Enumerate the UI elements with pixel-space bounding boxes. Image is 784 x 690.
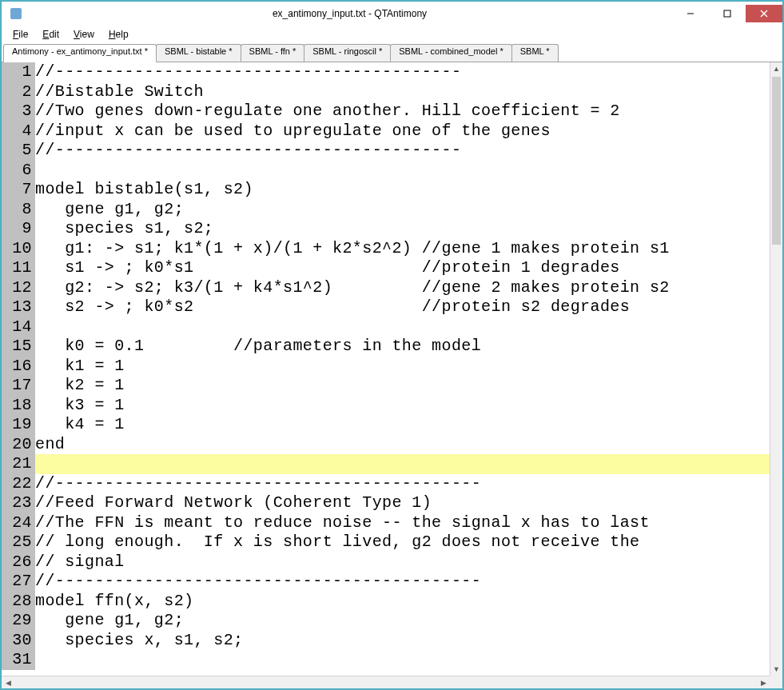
menu-file[interactable]: File	[6, 27, 34, 42]
code-line[interactable]: 23//Feed Forward Network (Coherent Type …	[2, 493, 770, 513]
line-text[interactable]: model bistable(s1, s2)	[35, 180, 770, 200]
tab-1[interactable]: SBML - bistable *	[156, 44, 241, 62]
line-text[interactable]: //input x can be used to upregulate one …	[35, 122, 770, 142]
code-line[interactable]: 6	[2, 161, 770, 181]
code-line[interactable]: 29 gene g1, g2;	[2, 611, 770, 631]
line-text[interactable]: //Bistable Switch	[35, 82, 770, 102]
line-text[interactable]: //--------------------------------------…	[35, 62, 770, 82]
line-text[interactable]: //--------------------------------------…	[35, 572, 770, 592]
line-text[interactable]: k2 = 1	[35, 376, 770, 396]
code-line[interactable]: 21	[2, 454, 770, 474]
line-text[interactable]: //Feed Forward Network (Coherent Type 1)	[35, 493, 770, 513]
code-line[interactable]: 14	[2, 317, 770, 337]
scroll-left-icon[interactable]: ◀	[2, 676, 14, 688]
tab-2[interactable]: SBML - ffn *	[241, 44, 305, 62]
horizontal-scrollbar[interactable]: ◀ ▶	[2, 676, 770, 688]
close-button[interactable]	[746, 5, 782, 22]
minimize-button[interactable]	[672, 5, 709, 22]
code-line[interactable]: 15 k0 = 0.1 //parameters in the model	[2, 337, 770, 357]
line-text[interactable]	[35, 650, 770, 670]
code-line[interactable]: 9 species s1, s2;	[2, 219, 770, 239]
line-number: 26	[2, 552, 35, 572]
scroll-up-icon[interactable]: ▲	[770, 62, 782, 75]
line-text[interactable]: g2: -> s2; k3/(1 + k4*s1^2) //gene 2 mak…	[35, 278, 770, 298]
line-number: 14	[2, 317, 35, 337]
line-text[interactable]: species s1, s2;	[35, 219, 770, 239]
line-number: 17	[2, 376, 35, 396]
code-line[interactable]: 30 species x, s1, s2;	[2, 631, 770, 651]
line-text[interactable]: k0 = 0.1 //parameters in the model	[35, 337, 770, 357]
code-line[interactable]: 1//-------------------------------------…	[2, 62, 770, 82]
line-text[interactable]	[35, 317, 770, 337]
line-number: 10	[2, 239, 35, 259]
code-line[interactable]: 17 k2 = 1	[2, 376, 770, 396]
code-line[interactable]: 11 s1 -> ; k0*s1 //protein 1 degrades	[2, 258, 770, 278]
line-text[interactable]: k4 = 1	[35, 415, 770, 435]
code-line[interactable]: 16 k1 = 1	[2, 357, 770, 377]
code-line[interactable]: 24//The FFN is meant to reduce noise -- …	[2, 513, 770, 533]
code-line[interactable]: 18 k3 = 1	[2, 396, 770, 416]
code-line[interactable]: 3//Two genes down-regulate one another. …	[2, 102, 770, 122]
code-line[interactable]: 13 s2 -> ; k0*s2 //protein s2 degrades	[2, 297, 770, 317]
code-line[interactable]: 22//------------------------------------…	[2, 474, 770, 494]
maximize-button[interactable]	[709, 5, 746, 22]
line-text[interactable]: k3 = 1	[35, 396, 770, 416]
line-text[interactable]	[35, 161, 770, 181]
code-line[interactable]: 25// long enough. If x is short lived, g…	[2, 532, 770, 552]
line-text[interactable]: gene g1, g2;	[35, 200, 770, 220]
code-line[interactable]: 7model bistable(s1, s2)	[2, 180, 770, 200]
line-text[interactable]: gene g1, g2;	[35, 611, 770, 631]
scroll-down-icon[interactable]: ▼	[770, 663, 782, 676]
code-line[interactable]: 27//------------------------------------…	[2, 572, 770, 592]
line-text[interactable]: // long enough. If x is short lived, g2 …	[35, 532, 770, 552]
code-line[interactable]: 2//Bistable Switch	[2, 82, 770, 102]
window-controls	[672, 6, 782, 22]
code-line[interactable]: 19 k4 = 1	[2, 415, 770, 435]
menu-help[interactable]: Help	[102, 27, 135, 42]
svg-rect-0	[10, 8, 22, 19]
line-number: 24	[2, 513, 35, 533]
code-line[interactable]: 26// signal	[2, 552, 770, 572]
line-text[interactable]: //--------------------------------------…	[35, 141, 770, 161]
line-text[interactable]: g1: -> s1; k1*(1 + x)/(1 + k2*s2^2) //ge…	[35, 239, 770, 259]
line-text[interactable]: //The FFN is meant to reduce noise -- th…	[35, 513, 770, 533]
menu-view[interactable]: View	[67, 27, 101, 42]
code-line[interactable]: 8 gene g1, g2;	[2, 200, 770, 220]
menu-edit[interactable]: Edit	[36, 27, 66, 42]
line-text[interactable]: end	[35, 435, 770, 455]
tab-label: SBML - ffn *	[249, 46, 296, 56]
titlebar[interactable]: ex_antimony_input.txt - QTAntimony	[2, 2, 782, 26]
tab-0[interactable]: Antimony - ex_antimony_input.txt *	[3, 44, 157, 62]
line-text[interactable]: species x, s1, s2;	[35, 631, 770, 651]
line-text[interactable]: k1 = 1	[35, 357, 770, 377]
scroll-right-icon[interactable]: ▶	[757, 676, 770, 688]
app-window: ex_antimony_input.txt - QTAntimony File …	[1, 1, 783, 689]
code-line[interactable]: 10 g1: -> s1; k1*(1 + x)/(1 + k2*s2^2) /…	[2, 239, 770, 259]
line-text[interactable]: s1 -> ; k0*s1 //protein 1 degrades	[35, 258, 770, 278]
vertical-scrollbar[interactable]: ▲ ▼	[770, 62, 782, 676]
line-text[interactable]: //--------------------------------------…	[35, 474, 770, 494]
tab-5[interactable]: SBML *	[511, 44, 559, 62]
line-text[interactable]: model ffn(x, s2)	[35, 592, 770, 612]
tabbar: Antimony - ex_antimony_input.txt *SBML -…	[2, 43, 782, 62]
line-number: 30	[2, 631, 35, 651]
line-number: 18	[2, 396, 35, 416]
code-line[interactable]: 31	[2, 650, 770, 670]
code-line[interactable]: 4//input x can be used to upregulate one…	[2, 122, 770, 142]
line-number: 20	[2, 435, 35, 455]
line-number: 25	[2, 532, 35, 552]
line-text[interactable]	[35, 454, 770, 474]
code-line[interactable]: 12 g2: -> s2; k3/(1 + k4*s1^2) //gene 2 …	[2, 278, 770, 298]
line-number: 12	[2, 278, 35, 298]
scroll-thumb[interactable]	[772, 77, 781, 245]
svg-rect-2	[724, 10, 730, 17]
code-line[interactable]: 28model ffn(x, s2)	[2, 592, 770, 612]
line-text[interactable]: s2 -> ; k0*s2 //protein s2 degrades	[35, 297, 770, 317]
line-text[interactable]: //Two genes down-regulate one another. H…	[35, 102, 770, 122]
line-text[interactable]: // signal	[35, 552, 770, 572]
code-area[interactable]: 1//-------------------------------------…	[2, 62, 770, 676]
code-line[interactable]: 5//-------------------------------------…	[2, 141, 770, 161]
tab-3[interactable]: SBML - ringoscil *	[304, 44, 391, 62]
code-line[interactable]: 20end	[2, 435, 770, 455]
tab-4[interactable]: SBML - combined_model *	[390, 44, 511, 62]
